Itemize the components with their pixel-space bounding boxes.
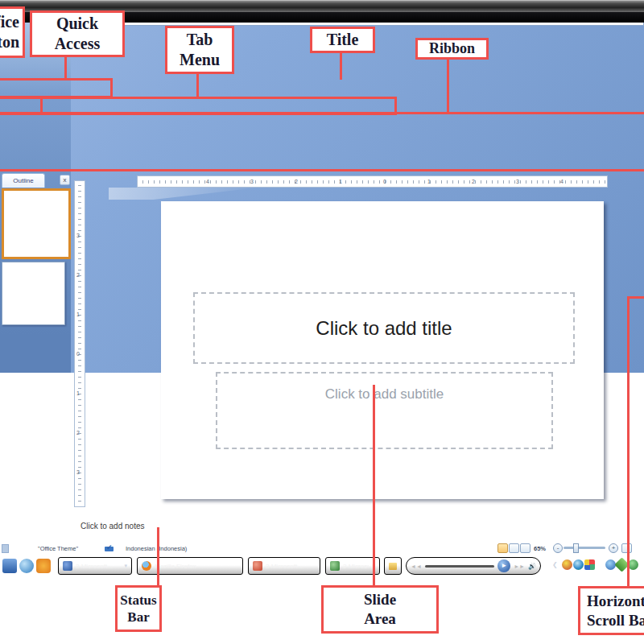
- v-ruler-number: 3: [76, 233, 80, 238]
- h-ruler-number: 3: [250, 179, 254, 184]
- v-ruler-number: 1: [76, 390, 80, 396]
- slide-sorter-view-button[interactable]: [509, 543, 519, 553]
- zoom-in-button[interactable]: +: [609, 543, 618, 553]
- tray-icon[interactable]: [584, 559, 595, 570]
- slide-indicator-icon: [2, 544, 9, 553]
- show-desktop-icon[interactable]: [2, 559, 17, 573]
- taskbar-button-3[interactable]: 2 Microsoft...: [248, 557, 320, 575]
- taskbar-button-2[interactable]: Mozilla Firefox: [137, 557, 243, 575]
- horizontal-scroll-leader-line-vertical: [627, 296, 630, 588]
- quicklaunch-app-icon[interactable]: [19, 559, 34, 573]
- notes-placeholder: Click to add notes: [80, 522, 145, 530]
- folder-taskbar-button[interactable]: [384, 557, 402, 575]
- title-placeholder[interactable]: Click to add title: [193, 292, 575, 364]
- vertical-ruler: 3210123: [74, 180, 85, 507]
- h-ruler-number: 2: [295, 179, 298, 184]
- h-ruler-number: 4: [206, 179, 209, 184]
- spellcheck-icon[interactable]: ✓: [105, 543, 114, 552]
- tray-icon[interactable]: [573, 559, 584, 570]
- ico-xl-icon: [330, 561, 340, 571]
- tray-icon[interactable]: [562, 559, 572, 570]
- slide-canvas[interactable]: Click to add title Click to add subtitle: [161, 201, 604, 499]
- v-ruler-number: 0: [76, 351, 80, 357]
- h-ruler-number: 1: [427, 179, 431, 184]
- zoom-level[interactable]: 65%: [534, 545, 546, 552]
- quick-access-leader-line: [64, 56, 67, 80]
- annotation-status-bar: StatusBar: [115, 585, 162, 632]
- slide-thumbnail[interactable]: [2, 262, 65, 325]
- theme-status[interactable]: "Office Theme": [38, 545, 78, 552]
- taskbar-group-caret-icon[interactable]: ▾: [124, 563, 127, 569]
- annotation-slide-area: SlideArea: [321, 585, 439, 634]
- tab-outline[interactable]: Outline: [2, 173, 45, 188]
- play-icon[interactable]: ►: [497, 559, 510, 572]
- media-progress-bar[interactable]: [425, 565, 494, 568]
- slide-thumbnail-selected[interactable]: [2, 188, 71, 259]
- h-ruler-number: 4: [560, 179, 564, 184]
- screenshot-root: Presentation1 - Microsoft PowerPoint ↶ ▾…: [0, 0, 644, 644]
- zoom-out-button[interactable]: -: [553, 543, 563, 553]
- status-bar-leader-line: [157, 527, 159, 587]
- slide-area-leader-line: [373, 385, 375, 587]
- tray-expand-icon[interactable]: ❮: [552, 561, 558, 568]
- ico-ff-icon: [142, 561, 151, 571]
- v-ruler-number: 3: [76, 469, 80, 475]
- annotation-quick-access: QuickAccess: [30, 10, 125, 57]
- taskbar-button-label: Mozilla Firefox: [155, 563, 238, 570]
- zoom-slider-handle[interactable]: [573, 543, 579, 553]
- ribbon-leader-line: [447, 56, 449, 114]
- subtitle-placeholder[interactable]: Click to add subtitle: [216, 372, 553, 449]
- taskbar-button-label: 2 Microso...: [343, 563, 369, 570]
- annotation-horizontal-scroll-bar: HorizontalScroll Bar: [578, 586, 644, 635]
- zoom-slider-track[interactable]: [564, 547, 605, 549]
- next-track-icon[interactable]: ►►: [514, 564, 525, 569]
- annotation-tab-menu: TabMenu: [165, 26, 234, 74]
- previous-track-icon[interactable]: ◄◄: [411, 564, 422, 569]
- v-ruler-number: 2: [76, 430, 80, 436]
- ico-pptr-icon: [253, 561, 262, 571]
- slideshow-view-button[interactable]: [520, 543, 530, 553]
- taskbar-button-1[interactable]: 2 Microsoft...▾: [58, 557, 132, 575]
- annotation-office-button: OfficeButton: [0, 6, 25, 58]
- h-ruler-number: 2: [472, 179, 475, 184]
- horizontal-scroll-leader-line-horizontal: [627, 296, 644, 299]
- tab-menu-leader-line: [196, 72, 199, 99]
- title-leader-line: [340, 52, 342, 80]
- taskbar-button-label: 2 Microsoft...: [76, 563, 121, 570]
- media-player-icon[interactable]: [36, 559, 51, 573]
- h-ruler-number: 3: [516, 179, 519, 184]
- panel-close-icon[interactable]: x: [60, 175, 70, 185]
- horizontal-ruler: 432101234: [137, 175, 608, 188]
- annotation-title: Title: [310, 27, 375, 53]
- v-ruler-number: 2: [76, 272, 80, 278]
- v-ruler-number: 1: [76, 312, 80, 317]
- h-ruler-number: 1: [339, 179, 342, 184]
- h-ruler-number: 0: [383, 179, 386, 184]
- ico-ppt-icon: [63, 561, 72, 571]
- media-controls[interactable]: ◄◄ ► ►► 🔊: [406, 557, 541, 575]
- volume-icon[interactable]: 🔊: [528, 563, 536, 570]
- normal-view-button[interactable]: [497, 543, 508, 553]
- taskbar-button-4[interactable]: 2 Microso...▾: [325, 557, 380, 575]
- annotation-ribbon: Ribbon: [415, 38, 489, 60]
- taskbar-button-label: 2 Microsoft...: [266, 563, 316, 570]
